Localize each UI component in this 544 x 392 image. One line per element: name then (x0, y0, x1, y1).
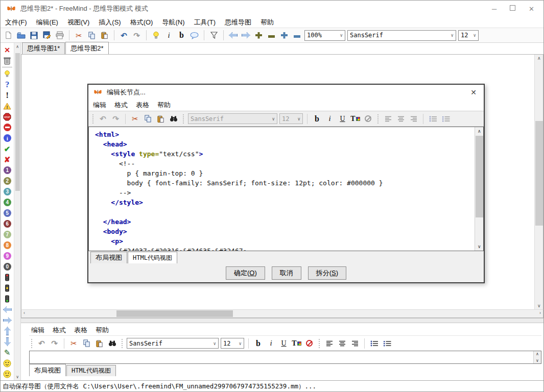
print-icon[interactable] (54, 30, 65, 41)
cut-icon[interactable]: ✂ (74, 30, 84, 41)
panel-splitter[interactable] (21, 318, 543, 323)
navigate-back-icon[interactable] (228, 30, 239, 41)
font-size-select[interactable]: 12∨ (458, 30, 479, 41)
menu-table[interactable]: 表格 (74, 326, 87, 335)
scroll-right-icon[interactable]: › (539, 310, 541, 315)
number-5-icon[interactable]: 5 (1, 208, 14, 218)
minimize-icon[interactable]: ─ (492, 5, 496, 13)
copy-icon[interactable] (143, 113, 153, 124)
arrow-right-icon[interactable] (1, 315, 14, 326)
font-family-select[interactable]: SansSerif∨ (347, 30, 456, 41)
stop-sign-icon[interactable]: STOP (1, 111, 14, 122)
exclamation-icon[interactable]: ! (1, 90, 14, 101)
traffic-light-yellow-icon[interactable] (1, 283, 14, 293)
remove-icon-button[interactable]: ✕ (1, 44, 14, 55)
menu-edit[interactable]: 编辑(E) (36, 18, 58, 27)
forbidden-icon[interactable] (1, 122, 14, 133)
copy-icon[interactable] (86, 30, 97, 41)
find-icon[interactable] (168, 113, 179, 124)
number-1-icon[interactable]: 1 (1, 165, 14, 176)
numbered-list-icon[interactable] (382, 338, 392, 349)
scrollbar-thumb[interactable] (15, 53, 20, 191)
cut-icon[interactable]: ✂ (68, 338, 79, 349)
arrow-left-icon[interactable] (1, 304, 14, 315)
align-right-icon[interactable] (349, 338, 360, 349)
redo-icon[interactable]: ↷ (110, 113, 121, 124)
tab-html-code-view[interactable]: HTML代码视图 (128, 252, 177, 263)
number-3-icon[interactable]: 3 (1, 186, 14, 197)
align-right-icon[interactable] (408, 113, 419, 124)
paste-icon[interactable] (155, 113, 166, 124)
menu-tools[interactable]: 工具(T) (194, 18, 216, 27)
code-vertical-scrollbar[interactable]: ∧ ∨ (475, 127, 483, 251)
ok-button[interactable]: 确定(O) (226, 266, 265, 280)
font-color-icon[interactable]: T (350, 113, 361, 124)
dialog-close-icon[interactable]: ✕ (467, 88, 480, 96)
scroll-down-icon[interactable]: ∨ (537, 303, 541, 308)
unfold-all-icon[interactable] (253, 30, 264, 41)
number-0-icon[interactable]: 0 (1, 261, 14, 272)
menu-format[interactable]: 格式 (114, 101, 128, 110)
italic-icon[interactable]: i (266, 338, 276, 349)
bold-icon[interactable]: b (312, 113, 322, 124)
arrow-up-icon[interactable] (1, 326, 14, 336)
cloud-bubble-icon[interactable] (189, 30, 200, 41)
code-content[interactable]: <html> <head> <style type="text/css"> <!… (89, 127, 475, 251)
zoom-out-icon[interactable] (292, 30, 302, 41)
smiley-icon[interactable] (1, 379, 14, 380)
dialog-font-family-select[interactable]: SansSerif∨ (188, 113, 277, 124)
idea-bulb-icon[interactable] (1, 68, 14, 79)
navigate-forward-icon[interactable] (241, 30, 251, 41)
bold-icon[interactable]: b (176, 30, 187, 41)
trash-icon[interactable] (1, 55, 14, 66)
menu-format[interactable]: 格式(O) (130, 18, 153, 27)
number-4-icon[interactable]: 4 (1, 197, 14, 208)
ok-check-icon[interactable]: ✔ (1, 143, 14, 154)
scroll-up-icon[interactable]: ∧ (537, 56, 541, 61)
close-icon[interactable]: ✕ (529, 5, 534, 13)
open-map-icon[interactable] (16, 30, 27, 41)
align-center-icon[interactable] (395, 113, 406, 124)
menu-format[interactable]: 格式 (53, 326, 66, 335)
tab-html-code-view[interactable]: HTML代码视图 (66, 365, 116, 376)
maximize-icon[interactable] (510, 5, 515, 11)
question-icon[interactable]: ? (1, 79, 14, 90)
scroll-down-icon[interactable]: ∨ (478, 244, 481, 249)
menu-help[interactable]: 帮助 (261, 18, 274, 27)
zoom-in-icon[interactable] (279, 30, 290, 41)
scrollbar-thumb[interactable] (476, 136, 483, 217)
note-font-size-select[interactable]: 12∨ (221, 338, 244, 349)
remove-format-icon[interactable] (304, 338, 315, 349)
tab-layout-view[interactable]: 布局视图 (29, 364, 66, 376)
undo-icon[interactable]: ↶ (36, 338, 47, 349)
sidebar-scrollbar[interactable]: ∧ ∨ (14, 43, 20, 380)
arrow-down-icon[interactable] (1, 336, 14, 347)
tab-mindmap1[interactable]: 思维导图1* (22, 42, 65, 54)
numbered-list-icon[interactable] (440, 113, 451, 124)
italic-icon[interactable]: i (324, 113, 335, 124)
redo-icon[interactable]: ↷ (131, 30, 142, 41)
scroll-up-icon[interactable]: ∧ (536, 352, 539, 356)
undo-icon[interactable]: ↶ (119, 30, 129, 41)
number-6-icon[interactable]: 6 (1, 218, 14, 229)
italic-icon[interactable]: i (163, 30, 174, 41)
align-left-icon[interactable] (324, 338, 335, 349)
save-icon[interactable] (29, 30, 39, 41)
note-input-scrollbar[interactable]: ∧∨ (533, 351, 541, 363)
scrollbar-thumb[interactable] (116, 310, 233, 317)
menu-file[interactable]: 文件(F) (5, 18, 27, 27)
canvas-horizontal-scrollbar[interactable]: ‹ › (21, 309, 543, 318)
menu-help[interactable]: 帮助 (96, 326, 109, 335)
menu-mindmap[interactable]: 思维导图 (225, 18, 251, 27)
undo-icon[interactable]: ↶ (98, 113, 108, 124)
number-2-icon[interactable]: 2 (1, 176, 14, 186)
scroll-down-icon[interactable]: ∨ (16, 373, 19, 380)
tab-layout-view[interactable]: 布局视图 (90, 252, 127, 263)
menu-edit[interactable]: 编辑 (31, 326, 44, 335)
tab-mindmap2[interactable]: 思维导图2* (65, 42, 108, 54)
zoom-select[interactable]: 100%∨ (304, 30, 345, 41)
bullet-list-icon[interactable] (428, 113, 438, 124)
save-as-icon[interactable] (41, 30, 52, 41)
cut-icon[interactable]: ✂ (130, 113, 140, 124)
number-7-icon[interactable]: 7 (1, 229, 14, 240)
